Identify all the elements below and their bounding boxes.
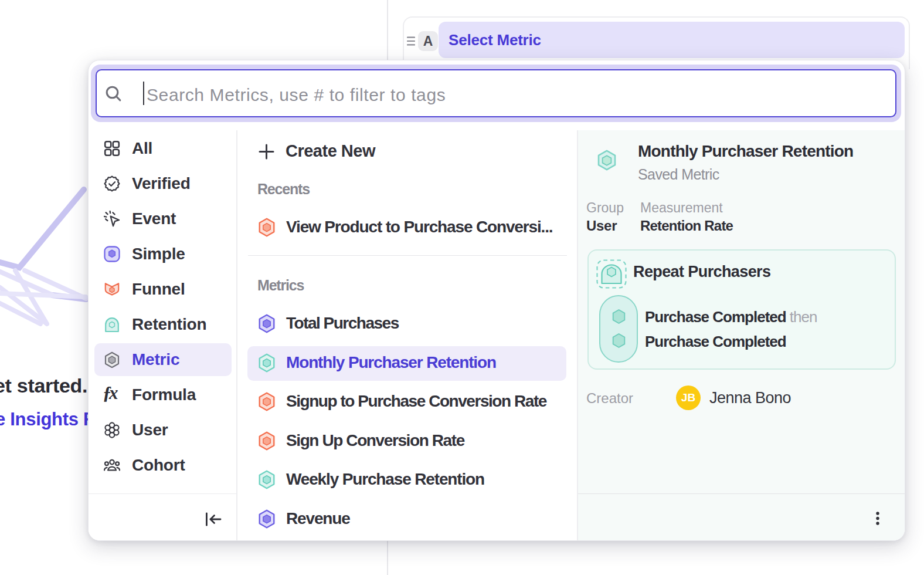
svg-text:ƒx: ƒx (103, 383, 118, 403)
